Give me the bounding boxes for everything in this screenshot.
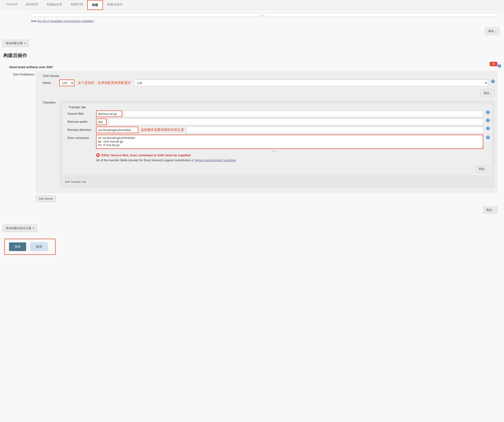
apply-button[interactable]: 应用 — [30, 242, 48, 251]
help-icon[interactable]: ? — [486, 118, 490, 122]
transfers-label: Transfers — [42, 99, 59, 104]
source-files-input[interactable] — [96, 111, 122, 117]
substitution-note: All of the transfer fields (except for E… — [96, 158, 490, 162]
exec-command-label: Exec command — [67, 135, 96, 140]
add-transfer-set-button[interactable]: Add Transfer Set — [62, 179, 89, 185]
save-apply-bar: 保存 应用 — [4, 239, 56, 255]
tab-build[interactable]: 构建 — [87, 0, 103, 10]
help-icon[interactable]: ? — [486, 127, 490, 130]
drag-handle-icon[interactable]: ⋮⋮ — [38, 74, 41, 78]
remove-prefix-label: Remove prefix — [67, 118, 96, 123]
config-tabs: General 源码管理 构建触发器 构建环境 构建 构建后操作 — [0, 0, 504, 10]
ssh-name-select-visible[interactable]: 128 — [59, 80, 74, 86]
textarea-resize-handle[interactable] — [31, 13, 498, 17]
remove-prefix-input[interactable] — [96, 118, 107, 125]
remove-block-button[interactable]: X — [490, 62, 497, 66]
remote-directory-input-rest[interactable] — [186, 127, 483, 133]
build-section: See the list of available environment va… — [2, 11, 502, 40]
add-server-button[interactable]: Add Server — [36, 195, 56, 202]
exec-command-textarea[interactable]: cd /usr/local/nginx/html/dist tar -zxvf … — [96, 135, 483, 149]
help-icon[interactable]: ? — [498, 64, 501, 68]
server-advanced-button[interactable]: 高级... — [480, 89, 495, 97]
help-icon[interactable]: ? — [491, 80, 495, 83]
source-files-label: Source files — [67, 111, 96, 115]
name-label: Name — [42, 80, 59, 85]
env-vars-link[interactable]: the list of available environment variab… — [37, 19, 94, 23]
name-annotation: 这个是选的，在系统配置那里配置好 — [78, 81, 131, 85]
tab-general[interactable]: General — [2, 0, 21, 10]
tab-triggers[interactable]: 构建触发器 — [42, 0, 66, 10]
help-icon[interactable]: ? — [486, 111, 490, 114]
jenkins-env-vars-link[interactable]: Jenkins environment variables — [195, 158, 236, 162]
validation-error: Either Source files, Exec command or bot… — [96, 153, 490, 157]
transfer-set: ⋮⋮ Transfer Set Source files — [62, 103, 492, 176]
env-help-text: See the list of available environment va… — [31, 19, 499, 23]
drag-handle-icon[interactable]: ⋮⋮ — [5, 65, 8, 69]
ssh-publishers-label: SSH Publishers — [5, 70, 36, 76]
ssh-server-label: SSH Server — [43, 74, 60, 78]
save-button[interactable]: 保存 — [9, 242, 26, 251]
transfer-area: ⋮⋮ Transfer Set Source files — [59, 101, 495, 188]
tab-env[interactable]: 构建环境 — [66, 0, 87, 10]
remove-prefix-input-rest[interactable] — [109, 118, 483, 125]
tab-post[interactable]: 构建后操作 — [103, 0, 127, 10]
error-icon — [96, 153, 100, 157]
block-advanced-button[interactable]: 高级... — [483, 206, 497, 214]
ssh-publish-block: X ? ⋮⋮ Send build artifacts over SSH SSH… — [2, 62, 502, 218]
textarea-resize-handle[interactable] — [64, 150, 490, 152]
add-build-step-button[interactable]: 增加构建步骤 — [2, 40, 29, 47]
add-post-build-action-button[interactable]: 增加构建后操作步骤 — [2, 225, 38, 232]
transfer-set-label: Transfer Set — [69, 106, 86, 109]
block-title: Send build artifacts over SSH — [10, 65, 53, 69]
drag-handle-icon[interactable]: ⋮⋮ — [64, 105, 67, 109]
ssh-name-select[interactable]: 128 — [134, 80, 488, 86]
ssh-server-card: ⋮⋮ SSH Server Name 128 — [36, 71, 497, 193]
remote-directory-input[interactable] — [96, 127, 138, 133]
source-files-input-rest[interactable] — [125, 111, 483, 117]
remote-directory-annotation: 远程服务器要部署的目录位置 — [141, 128, 184, 132]
build-advanced-button[interactable]: 高级... — [485, 28, 499, 35]
tab-scm[interactable]: 源码管理 — [21, 0, 42, 10]
remote-directory-label: Remote directory — [67, 127, 96, 132]
transfer-advanced-button[interactable]: 高级... — [475, 165, 490, 173]
help-icon[interactable]: ? — [486, 136, 490, 139]
post-build-actions-title: 构建后操作 — [3, 52, 502, 59]
